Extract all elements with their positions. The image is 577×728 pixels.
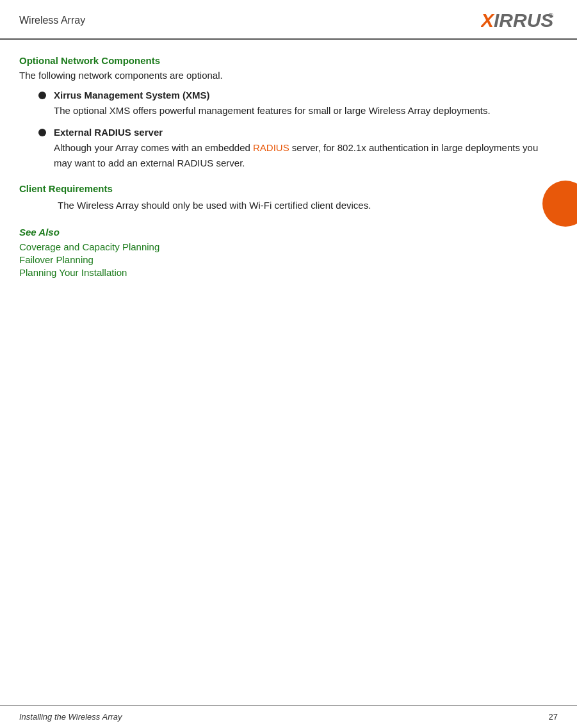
main-content: Optional Network Components The followin… xyxy=(0,40,577,298)
svg-text:X: X xyxy=(481,10,495,31)
xirrus-logo: X IRRUS ® xyxy=(481,9,558,32)
see-also-link-planning[interactable]: Planning Your Installation xyxy=(19,267,127,278)
list-item: Coverage and Capacity Planning xyxy=(19,241,558,253)
client-requirements-section: Client Requirements The Wireless Array s… xyxy=(19,183,558,213)
optional-network-section: Optional Network Components The followin… xyxy=(19,55,558,170)
svg-text:IRRUS: IRRUS xyxy=(494,10,553,31)
see-also-link-coverage[interactable]: Coverage and Capacity Planning xyxy=(19,241,159,252)
radius-title: External RADIUS server xyxy=(54,127,558,138)
radius-text-before: Although your Array comes with an embedd… xyxy=(54,142,253,153)
svg-text:®: ® xyxy=(548,12,553,19)
radius-link[interactable]: RADIUS xyxy=(253,142,289,153)
page-header: Wireless Array X IRRUS ® xyxy=(0,0,577,40)
page-footer: Installing the Wireless Array 27 xyxy=(0,705,577,728)
list-item: Failover Planning xyxy=(19,254,558,266)
bullet-dot-icon xyxy=(38,92,46,99)
see-also-links: Coverage and Capacity Planning Failover … xyxy=(19,241,558,279)
page-container: Wireless Array X IRRUS ® Optional Networ… xyxy=(0,0,577,728)
see-also-section: See Also Coverage and Capacity Planning … xyxy=(19,227,558,279)
xms-title: Xirrus Management System (XMS) xyxy=(54,90,558,101)
footer-page-number: 27 xyxy=(549,712,558,722)
bullet-dot-icon xyxy=(38,129,46,136)
see-also-link-failover[interactable]: Failover Planning xyxy=(19,254,93,265)
footer-left-text: Installing the Wireless Array xyxy=(19,712,122,722)
xms-text: The optional XMS offers powerful managem… xyxy=(54,105,491,116)
list-item: External RADIUS server Although your Arr… xyxy=(38,127,558,170)
list-item: Xirrus Management System (XMS) The optio… xyxy=(38,90,558,118)
bullet-content-radius: External RADIUS server Although your Arr… xyxy=(54,127,558,170)
client-requirements-text: The Wireless Array should only be used w… xyxy=(58,198,558,213)
optional-network-intro: The following network components are opt… xyxy=(19,70,558,81)
header-title: Wireless Array xyxy=(19,15,85,26)
bullet-content-xms: Xirrus Management System (XMS) The optio… xyxy=(54,90,558,118)
list-item: Planning Your Installation xyxy=(19,267,558,279)
client-requirements-heading: Client Requirements xyxy=(19,183,558,194)
logo-container: X IRRUS ® xyxy=(481,9,558,32)
optional-network-heading: Optional Network Components xyxy=(19,55,558,66)
optional-network-list: Xirrus Management System (XMS) The optio… xyxy=(38,90,558,170)
radius-text: Although your Array comes with an embedd… xyxy=(54,142,538,168)
see-also-heading: See Also xyxy=(19,227,558,238)
